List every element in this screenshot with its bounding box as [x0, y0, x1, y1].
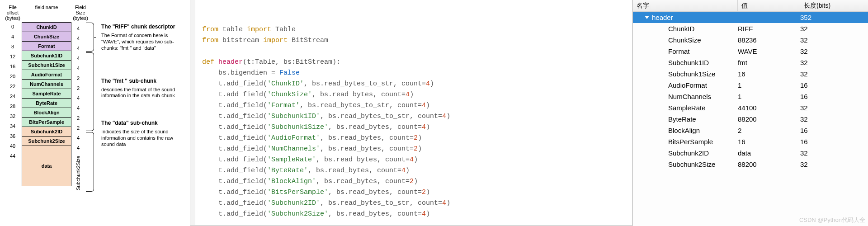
wav-header-diagram: File offset (bytes) field name Field Siz… [0, 0, 190, 226]
expand-collapse-icon[interactable] [645, 16, 649, 19]
code-line[interactable]: t.add_field('BlockAlign', bs.read_bytes,… [196, 176, 632, 187]
brace-fmt [86, 52, 94, 131]
offset-value: 36 [4, 133, 22, 143]
size-value: 2 [71, 113, 85, 123]
size-value: 2 [71, 83, 85, 93]
desc-fmt-text: describes the format of the sound inform… [101, 87, 179, 99]
field-byterate: ByteRate [22, 98, 71, 108]
cell-len: 16 [800, 81, 868, 89]
field-bitspersample: BitsPerSample [22, 117, 71, 127]
desc-fmt: The "fmt " sub-chunk describes the forma… [101, 78, 179, 99]
cell-value: 1 [738, 81, 800, 89]
inspector-row[interactable]: SampleRate4410032 [633, 102, 868, 113]
offset-value: 22 [4, 83, 22, 93]
field-data: data [22, 146, 71, 186]
code-line[interactable]: t.add_field('NumChannels', bs.read_bytes… [196, 144, 632, 155]
size-value: 4 [71, 103, 85, 113]
code-line[interactable]: t.add_field('Subchunk2ID', bs.read_bytes… [196, 198, 632, 209]
col-len[interactable]: 长度(bits) [800, 0, 868, 11]
code-line[interactable]: t.add_field('BitsPerSample', bs.read_byt… [196, 187, 632, 198]
cell-value: WAVE [738, 47, 800, 55]
cell-value: 16 [738, 138, 800, 146]
header-offset: File offset (bytes) [4, 5, 22, 21]
inspector-row[interactable]: Subchunk1Size1632 [633, 68, 868, 80]
offset-value: 24 [4, 93, 22, 103]
code-line[interactable]: t.add_field('ChunkID', bs.read_bytes_to_… [196, 79, 632, 89]
offset-value: 20 [4, 73, 22, 83]
inspector-row[interactable]: AudioFormat116 [633, 80, 868, 91]
code-line[interactable]: t.add_field('ChunkSize', bs.read_bytes, … [196, 89, 632, 100]
root-len: 352 [800, 14, 868, 21]
inspector-row[interactable]: BlockAlign216 [633, 125, 868, 136]
size-value: 4 [71, 143, 85, 153]
cell-name: BitsPerSample [633, 138, 738, 146]
root-name: header [652, 14, 673, 21]
size-value: 2 [71, 123, 85, 133]
inspector-panel: 名字 值 长度(bits) header 352 ChunkIDRIFF32Ch… [633, 0, 868, 226]
inspector-row[interactable]: BitsPerSample1616 [633, 136, 868, 147]
desc-riff-text: The Format of concern here is "WAVE", wh… [101, 33, 179, 51]
code-line[interactable]: t.add_field('Subchunk2Size', bs.read_byt… [196, 209, 632, 220]
brace-data [86, 132, 94, 192]
code-line[interactable]: def header(t:Table, bs:BitStream): [196, 57, 632, 68]
cell-name: Subchunk2Size [633, 160, 738, 168]
cell-name: Subchunk1ID [633, 59, 738, 66]
inspector-header: 名字 值 长度(bits) [633, 0, 868, 12]
inspector-root-row[interactable]: header 352 [633, 12, 868, 23]
field-subchunk2id: Subchunk2ID [22, 127, 71, 137]
cell-len: 16 [800, 127, 868, 134]
desc-data-title: The "data" sub-chunk [101, 120, 179, 126]
code-line[interactable]: bs.bigendien = False [196, 68, 632, 79]
cell-value: 1 [738, 93, 800, 100]
cell-value: 16 [738, 70, 800, 78]
cell-len: 16 [800, 138, 868, 146]
code-line[interactable]: t.add_field('ByteRate', bs.read_bytes, c… [196, 165, 632, 176]
inspector-row[interactable]: ChunkIDRIFF32 [633, 23, 868, 34]
cell-name: AudioFormat [633, 81, 738, 89]
inspector-row[interactable]: Subchunk1IDfmt32 [633, 57, 868, 68]
size-value: 2 [71, 73, 85, 83]
offset-value: 4 [4, 33, 22, 43]
offset-value: 8 [4, 43, 22, 53]
offsets-column: 0481216202224283234364044 [4, 23, 22, 193]
code-line[interactable]: t.add_field('Subchunk1ID', bs.read_bytes… [196, 111, 632, 122]
group-descriptions: The "RIFF" chunk descriptor The Format o… [101, 23, 179, 193]
cell-len: 32 [800, 104, 868, 112]
code-editor[interactable]: from table import Tablefrom bitstream im… [190, 0, 633, 226]
code-line[interactable]: t.add_field('SampleRate', bs.read_bytes,… [196, 155, 632, 165]
cell-name: SampleRate [633, 104, 738, 112]
fields-column: ChunkIDChunkSizeFormatSubchunk1IDSubchun… [22, 23, 71, 193]
brace-riff [86, 23, 94, 52]
cell-len: 32 [800, 70, 868, 78]
size-value: 4 [71, 43, 85, 53]
inspector-row[interactable]: NumChannels116 [633, 91, 868, 102]
size-value: 4 [71, 63, 85, 73]
desc-riff-title: The "RIFF" chunk descriptor [101, 24, 179, 30]
inspector-row[interactable]: ByteRate8820032 [633, 113, 868, 125]
offset-value: 0 [4, 24, 22, 33]
code-line[interactable]: t.add_field('Format', bs.read_bytes_to_s… [196, 100, 632, 111]
size-value: Subchunk2Size [71, 153, 85, 193]
code-line[interactable]: from bitstream import BitStream [196, 35, 632, 46]
col-value[interactable]: 值 [738, 0, 800, 11]
inspector-row[interactable]: ChunkSize8823632 [633, 34, 868, 46]
desc-riff: The "RIFF" chunk descriptor The Format o… [101, 24, 179, 51]
watermark: CSDN @Python代码大全 [799, 216, 865, 224]
size-value: 4 [71, 53, 85, 63]
col-name[interactable]: 名字 [633, 0, 738, 11]
cell-len: 16 [800, 93, 868, 100]
inspector-row[interactable]: FormatWAVE32 [633, 46, 868, 57]
cell-value: 88200 [738, 115, 800, 123]
code-line[interactable]: t.add_field('AudioFormat', bs.read_bytes… [196, 133, 632, 144]
size-value: 4 [71, 33, 85, 43]
cell-len: 32 [800, 149, 868, 157]
code-line[interactable]: from table import Table [196, 24, 632, 35]
cell-name: ByteRate [633, 115, 738, 123]
inspector-row[interactable]: Subchunk2Size8820032 [633, 159, 868, 170]
code-line[interactable] [196, 46, 632, 57]
code-line[interactable]: t.add_field('Subchunk1Size', bs.read_byt… [196, 122, 632, 133]
cell-name: ChunkID [633, 25, 738, 33]
cell-len: 32 [800, 115, 868, 123]
offset-value: 12 [4, 53, 22, 63]
inspector-row[interactable]: Subchunk2IDdata32 [633, 147, 868, 159]
